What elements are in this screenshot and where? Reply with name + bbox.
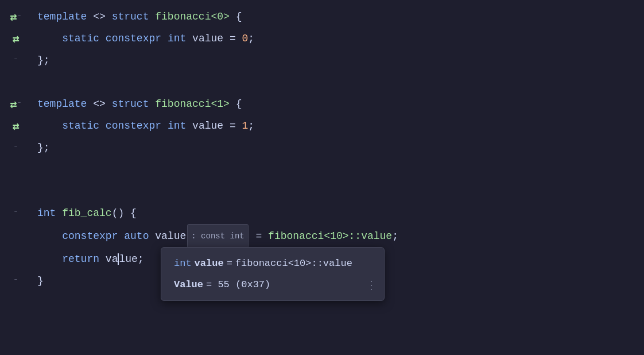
keyword-struct-2: struct [112,98,149,110]
code-content-1: template <> struct fibonacci<0> { [32,6,644,28]
gutter-2: ⇄ [0,32,32,46]
diff-icon-2: ⇄ [12,32,19,46]
code-content-10: int fib_calc() { [32,202,644,224]
keyword-template-2: template [37,98,87,110]
tooltip-equals: = [227,258,232,269]
code-line-10: ⁻ int fib_calc() { [0,202,644,224]
tooltip-type-keyword: int [174,258,192,269]
code-line-6: ⇄ static constexpr int value = 1; [0,115,644,137]
gutter-5: ⇄ ⁻ [0,97,32,111]
gutter-7: ⁻ [0,143,32,153]
code-line-4-empty [0,71,644,93]
fold-icon-3[interactable]: ⁻ [13,56,18,65]
diff-icon-1: ⇄ [10,10,17,24]
tooltip-value-expr: fibonacci<10>::value [235,258,352,269]
tooltip-value-line: Value = 55 (0x37) [174,279,371,290]
code-line-7: ⁻ }; [0,137,644,159]
keyword-int-1: int [37,207,56,219]
code-line-3: ⁻ }; [0,49,644,71]
gutter-1: ⇄ ⁻ [0,10,32,24]
code-content-7: }; [32,137,644,159]
diff-icon-6: ⇄ [12,119,19,133]
fold-icon-1[interactable]: ⁻ [17,12,21,22]
code-content-2: static constexpr int value = 0; [32,28,644,49]
gutter-6: ⇄ [0,119,32,133]
fold-icon-10[interactable]: ⁻ [13,209,18,218]
fold-icon-5[interactable]: ⁻ [17,99,21,109]
num-val-0: 0 [242,33,249,44]
code-content-6: static constexpr int value = 1; [32,115,644,137]
tooltip-value-label: Value [174,279,203,290]
fibonacci-ref: fibonacci<10>::value [268,230,392,242]
diff-icon-5: ⇄ [10,97,17,111]
code-line-8-empty [0,159,644,180]
tooltip-var-name: value [195,258,224,269]
code-line-5: ⇄ ⁻ template <> struct fibonacci<1> { [0,93,644,115]
code-line-1: ⇄ ⁻ template <> struct fibonacci<0> { [0,6,644,28]
code-content-3: }; [32,49,644,71]
code-line-11: constexpr auto value: const int = fibona… [0,224,644,248]
tooltip-type-line: int value = fibonacci<10>::value [174,258,371,269]
struct-name-2: fibonacci<1> [149,98,229,110]
keyword-template-1: template [37,11,87,22]
code-editor: ⇄ ⁻ template <> struct fibonacci<0> { ⇄ … [0,0,644,355]
struct-name-1: fibonacci<0> [149,11,229,22]
function-name: fib_calc [62,207,111,219]
code-content-5: template <> struct fibonacci<1> { [32,93,644,115]
code-line-2: ⇄ static constexpr int value = 0; [0,28,644,49]
num-val-1: 1 [242,120,249,132]
tooltip-value-text: = 55 (0x37) [206,279,270,290]
gutter-13: ⁻ [0,276,32,286]
fold-icon-13[interactable]: ⁻ [13,276,18,286]
keyword-struct-1: struct [112,11,149,22]
type-hint-badge: : const int [187,224,248,248]
variable-tooltip: int value = fibonacci<10>::value Value =… [161,247,385,301]
tooltip-menu-icon[interactable]: ⋮ [366,278,377,292]
code-content-11: constexpr auto value: const int = fibona… [32,224,644,248]
gutter-3: ⁻ [0,56,32,65]
fold-icon-7[interactable]: ⁻ [13,143,18,153]
code-line-9-empty [0,180,644,202]
gutter-10: ⁻ [0,209,32,218]
